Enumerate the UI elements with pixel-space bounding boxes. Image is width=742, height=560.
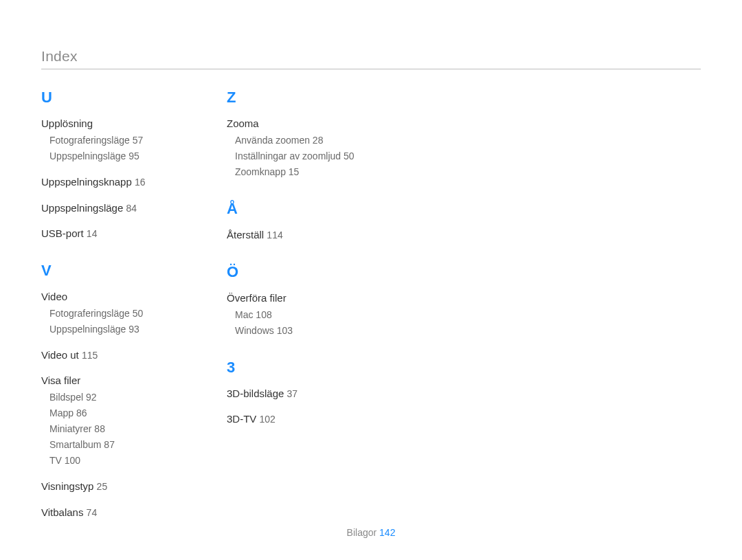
index-topic: 3D-TV 102 <box>227 412 371 427</box>
index-topic: Video <box>41 289 186 304</box>
topic-label: Vitbalans <box>41 506 83 518</box>
index-section: VVideoFotograferingsläge 50Uppspelningsl… <box>41 262 186 520</box>
subitem-page: 100 <box>65 455 80 466</box>
index-subitem: Mapp 86 <box>49 406 186 421</box>
index-topic: 3D-bildsläge 37 <box>227 386 371 401</box>
subitem-page: 28 <box>313 135 324 146</box>
index-subitem: Miniatyrer 88 <box>49 422 186 436</box>
subitem-label: Mapp <box>49 407 74 418</box>
topic-label: Uppspelningsknapp <box>41 176 132 188</box>
topic-page: 25 <box>97 481 108 492</box>
index-entry: Visningstyp 25 <box>41 479 186 494</box>
index-entry: Vitbalans 74 <box>41 505 186 520</box>
topic-page: 84 <box>126 203 137 214</box>
index-subitem: Fotograferingsläge 50 <box>49 306 186 321</box>
page-footer: Bilagor 142 <box>0 527 742 538</box>
index-topic: Visningstyp 25 <box>41 479 186 494</box>
index-entry: Video ut 115 <box>41 348 186 363</box>
subitem-label: Inställningar av zoomljud <box>235 150 341 161</box>
subitem-page: 108 <box>256 309 271 320</box>
topic-label: 3D-TV <box>227 413 256 425</box>
section-letter: Å <box>227 200 371 218</box>
index-subitem: Använda zoomen 28 <box>235 133 371 148</box>
subitem-label: Fotograferingsläge <box>49 135 130 146</box>
topic-label: Zooma <box>227 117 259 129</box>
index-subitem: Smartalbum 87 <box>49 438 186 452</box>
page-title: Index <box>41 48 701 65</box>
index-subitem: Fotograferingsläge 57 <box>49 133 186 148</box>
index-entry: UpplösningFotograferingsläge 57Uppspelni… <box>41 116 186 164</box>
index-topic: Uppspelningsläge 84 <box>41 201 186 216</box>
subitem-label: Mac <box>235 309 253 320</box>
index-topic: Vitbalans 74 <box>41 505 186 520</box>
index-page: Index UUpplösningFotograferingsläge 57Up… <box>0 0 742 560</box>
index-section: ÅÅterställ 114 <box>227 200 371 243</box>
index-column: UUpplösningFotograferingsläge 57Uppspeln… <box>41 89 186 541</box>
topic-page: 16 <box>135 177 146 188</box>
index-topic: Återställ 114 <box>227 227 371 243</box>
index-subitem: Uppspelningsläge 93 <box>49 322 186 337</box>
index-subitem: Uppspelningsläge 95 <box>49 149 186 164</box>
subitem-label: TV <box>49 455 62 466</box>
index-entry: 3D-TV 102 <box>227 412 371 427</box>
topic-label: 3D-bildsläge <box>227 388 284 399</box>
index-columns: UUpplösningFotograferingsläge 57Uppspeln… <box>41 89 701 541</box>
index-topic: Zooma <box>227 116 371 131</box>
topic-page: 102 <box>260 414 276 425</box>
index-topic: USB-port 14 <box>41 226 186 241</box>
section-letter: Ö <box>227 263 371 281</box>
topic-label: Uppspelningsläge <box>41 202 123 214</box>
subitem-page: 95 <box>128 150 139 161</box>
subitem-label: Uppspelningsläge <box>49 324 126 335</box>
subitem-page: 92 <box>86 392 97 403</box>
footer-page-number: 142 <box>379 527 395 538</box>
index-column: ZZoomaAnvända zoomen 28Inställningar av … <box>227 89 371 541</box>
index-topic: Video ut 115 <box>41 348 186 363</box>
index-section: UUpplösningFotograferingsläge 57Uppspeln… <box>41 89 186 241</box>
index-section: ZZoomaAnvända zoomen 28Inställningar av … <box>227 89 371 179</box>
topic-label: Återställ <box>227 229 264 240</box>
index-subitem: Windows 103 <box>235 324 371 338</box>
topic-label: Video ut <box>41 349 79 361</box>
topic-page: 115 <box>82 350 98 361</box>
index-subitem: Inställningar av zoomljud 50 <box>235 149 371 164</box>
index-subitem: Zoomknapp 15 <box>235 165 371 179</box>
subitem-page: 103 <box>277 325 293 336</box>
index-section: ÖÖverföra filerMac 108Windows 103 <box>227 263 371 338</box>
subitem-label: Uppspelningsläge <box>49 150 126 161</box>
section-letter: U <box>41 89 186 107</box>
index-entry: VideoFotograferingsläge 50Uppspelningslä… <box>41 289 186 337</box>
index-entry: 3D-bildsläge 37 <box>227 386 371 401</box>
index-subitem: Mac 108 <box>235 308 371 322</box>
topic-page: 37 <box>287 388 298 399</box>
subitem-label: Smartalbum <box>49 439 101 450</box>
section-letter: V <box>41 262 186 280</box>
subitem-page: 87 <box>104 439 115 450</box>
subitem-label: Miniatyrer <box>49 423 91 434</box>
subitem-label: Windows <box>235 325 274 336</box>
subitem-label: Bildspel <box>49 392 83 403</box>
topic-page: 114 <box>267 229 282 240</box>
subitem-page: 50 <box>133 308 144 319</box>
subitem-label: Fotograferingsläge <box>49 308 130 319</box>
index-entry: USB-port 14 <box>41 226 186 241</box>
index-entry: ZoomaAnvända zoomen 28Inställningar av z… <box>227 116 371 179</box>
index-entry: Uppspelningsläge 84 <box>41 201 186 216</box>
subitem-label: Zoomknapp <box>235 166 286 177</box>
subitem-page: 86 <box>76 407 87 418</box>
section-letter: Z <box>227 89 371 107</box>
topic-page: 14 <box>87 228 98 239</box>
index-topic: Uppspelningsknapp 16 <box>41 175 186 190</box>
subitem-page: 50 <box>344 150 355 161</box>
topic-label: Visningstyp <box>41 480 93 492</box>
index-entry: Visa filerBildspel 92Mapp 86Miniatyrer 8… <box>41 373 186 468</box>
subitem-page: 88 <box>94 423 105 434</box>
subitem-page: 93 <box>128 324 139 335</box>
index-topic: Upplösning <box>41 116 186 131</box>
footer-section-label: Bilagor <box>347 527 377 538</box>
subitem-page: 15 <box>289 166 300 177</box>
topic-label: Video <box>41 291 67 302</box>
topic-label: USB-port <box>41 227 84 239</box>
index-section: 33D-bildsläge 373D-TV 102 <box>227 359 371 427</box>
index-topic: Visa filer <box>41 373 186 388</box>
